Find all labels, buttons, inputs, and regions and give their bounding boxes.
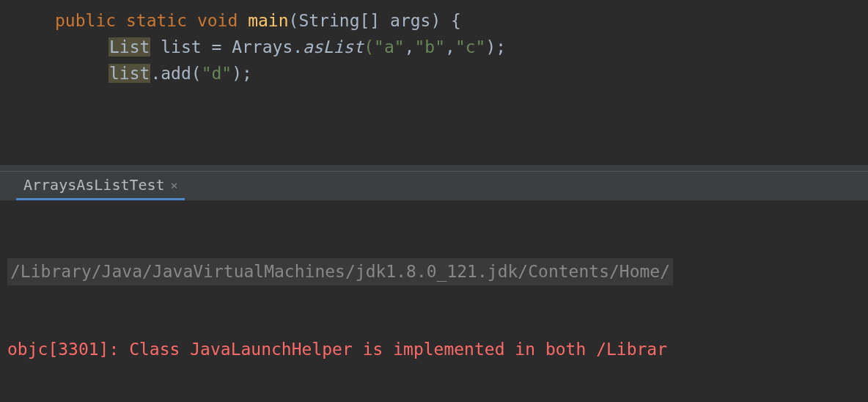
method-add: .add xyxy=(150,64,191,83)
code-line-1: public static void main(String[] args) { xyxy=(0,7,868,34)
paren-close-brace: ) { xyxy=(430,11,461,30)
static-method-call: asList xyxy=(303,37,364,56)
keyword-static: static xyxy=(126,11,187,30)
console-tab-bar: ArraysAsListTest ✕ xyxy=(0,171,868,201)
console-output[interactable]: /Library/Java/JavaVirtualMachines/jdk1.8… xyxy=(0,201,868,402)
paren-open: ( xyxy=(289,11,299,30)
close-icon[interactable]: ✕ xyxy=(171,178,178,192)
code-line-2: List list = Arrays.asList("a","b","c"); xyxy=(0,34,868,60)
command-path: /Library/Java/JavaVirtualMachines/jdk1.8… xyxy=(7,258,673,285)
run-config-tab[interactable]: ArraysAsListTest ✕ xyxy=(16,173,185,200)
keyword-public: public xyxy=(55,11,116,30)
var-list: list xyxy=(108,64,150,83)
pane-divider[interactable] xyxy=(0,165,868,171)
var-assign: list = Arrays. xyxy=(150,37,303,56)
tab-label: ArraysAsListTest xyxy=(23,176,165,194)
console-err-line-1: objc[3301]: Class JavaLaunchHelper is im… xyxy=(7,337,868,362)
param-decl: String[] args xyxy=(298,11,430,30)
type-list: List xyxy=(108,37,150,56)
args-d: ("d"); xyxy=(191,64,252,83)
code-editor[interactable]: public static void main(String[] args) {… xyxy=(0,0,868,165)
args-abc: ("a","b","c"); xyxy=(364,37,506,56)
console-cmd-line: /Library/Java/JavaVirtualMachines/jdk1.8… xyxy=(7,258,868,285)
keyword-void: void xyxy=(197,11,238,30)
code-line-3: list.add("d"); xyxy=(0,60,868,87)
console-panel: ArraysAsListTest ✕ /Library/Java/JavaVir… xyxy=(0,171,868,402)
method-name: main xyxy=(248,11,288,30)
